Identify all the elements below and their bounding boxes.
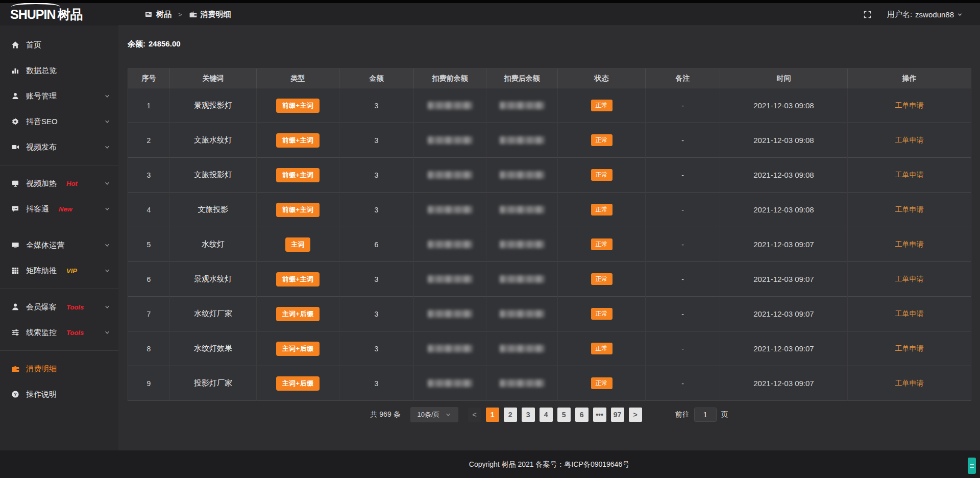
chat-widget[interactable] <box>968 458 976 474</box>
masked-balance-after <box>500 102 545 109</box>
cell-action: 工单申请 <box>848 297 971 331</box>
grid-icon <box>11 267 19 275</box>
page-button-97[interactable]: 97 <box>611 408 624 422</box>
cell-status: 正常 <box>558 227 646 262</box>
sidebar: 首页数据总览账号管理抖音SEO视频发布视频加热Hot抖客通New全媒体运营矩阵助… <box>0 26 118 478</box>
column-header: 操作 <box>848 69 971 88</box>
sidebar-item-media-operation[interactable]: 全媒体运营 <box>0 232 118 258</box>
wallet-icon <box>189 10 197 18</box>
page-button-4[interactable]: 4 <box>540 408 553 422</box>
cell-remark: - <box>646 297 720 331</box>
masked-balance-after <box>500 345 545 352</box>
sidebar-item-matrix-boost[interactable]: 矩阵助推VIP <box>0 258 118 283</box>
cell-type: 前缀+主词 <box>257 88 339 123</box>
pagination-total: 共 969 条 <box>370 410 400 419</box>
work-order-link[interactable]: 工单申请 <box>895 205 924 213</box>
user-menu[interactable]: 用户名: zswodun88 <box>887 10 963 19</box>
cell-remark: - <box>646 366 720 401</box>
masked-balance-after <box>500 310 545 318</box>
cell-action: 工单申请 <box>848 331 971 366</box>
next-page-button[interactable]: > <box>629 408 642 422</box>
fullscreen-icon[interactable] <box>863 10 872 19</box>
cell-balance-after <box>486 123 558 158</box>
cell-keyword: 景观水纹灯 <box>170 262 257 297</box>
page-button-2[interactable]: 2 <box>504 408 517 422</box>
sidebar-item-consume-detail[interactable]: 消费明细 <box>0 356 118 381</box>
sidebar-item-help[interactable]: ?操作说明 <box>0 381 118 407</box>
work-order-link[interactable]: 工单申请 <box>895 379 924 387</box>
table-row: 5水纹灯主词6正常-2021-12-03 09:07工单申请 <box>128 227 971 262</box>
logo[interactable]: SHUPIN树品 <box>0 6 118 23</box>
wallet-icon <box>11 365 19 373</box>
cell-action: 工单申请 <box>848 158 971 193</box>
sidebar-item-clue-monitor[interactable]: 线索监控Tools <box>0 320 118 345</box>
cell-balance-before <box>414 193 486 227</box>
cell-type: 主词 <box>257 227 339 262</box>
work-order-link[interactable]: 工单申请 <box>895 275 924 283</box>
page-button-1[interactable]: 1 <box>486 408 499 422</box>
cell-keyword: 文旅投影 <box>170 193 257 227</box>
work-order-link[interactable]: 工单申请 <box>895 136 924 144</box>
cell-time: 2021-12-03 09:08 <box>720 193 848 227</box>
footer: Copyright 树品 2021 备案号：粤ICP备09019646号 <box>0 450 980 478</box>
cell-remark: - <box>646 158 720 193</box>
masked-balance-before <box>428 206 473 213</box>
sidebar-item-label: 会员爆客 <box>26 302 57 312</box>
sidebar-item-label: 抖音SEO <box>26 117 58 127</box>
type-badge: 主词+后缀 <box>276 376 319 391</box>
work-order-link[interactable]: 工单申请 <box>895 309 924 318</box>
page-button-5[interactable]: 5 <box>557 408 571 422</box>
cell-status: 正常 <box>558 262 646 297</box>
sidebar-item-label: 视频发布 <box>26 142 57 152</box>
pages-ellipsis-button[interactable]: ••• <box>593 408 606 422</box>
sidebar-item-home[interactable]: 首页 <box>0 32 118 58</box>
cell-time: 2021-12-03 09:07 <box>720 227 848 262</box>
cell-type: 前缀+主词 <box>257 193 339 227</box>
chevron-down-icon <box>103 304 111 310</box>
sidebar-item-video-publish[interactable]: 视频发布 <box>0 134 118 160</box>
table-row: 1景观投影灯前缀+主词3正常-2021-12-03 09:08工单申请 <box>128 88 971 123</box>
cell-status: 正常 <box>558 366 646 401</box>
status-badge: 正常 <box>591 100 612 111</box>
sidebar-item-member-baoke[interactable]: 会员爆客Tools <box>0 294 118 320</box>
work-order-link[interactable]: 工单申请 <box>895 344 924 352</box>
cell-index: 8 <box>128 331 170 366</box>
goto-page-label: 前往 <box>675 410 690 419</box>
sidebar-item-douketong[interactable]: 抖客通New <box>0 196 118 222</box>
sidebar-item-account-manage[interactable]: 账号管理 <box>0 83 118 109</box>
sidebar-badge-hot: Hot <box>66 180 78 187</box>
sidebar-item-douyin-seo[interactable]: 抖音SEO <box>0 109 118 134</box>
sidebar-item-data-overview[interactable]: 数据总览 <box>0 58 118 83</box>
cell-balance-after <box>486 88 558 123</box>
masked-balance-after <box>500 241 545 248</box>
cell-action: 工单申请 <box>848 366 971 401</box>
pagination: 共 969 条10条/页<123456•••97>前往页 <box>128 407 971 422</box>
monitor-icon <box>11 241 19 249</box>
work-order-link[interactable]: 工单申请 <box>895 101 924 109</box>
work-order-link[interactable]: 工单申请 <box>895 171 924 179</box>
cell-status: 正常 <box>558 123 646 158</box>
type-badge: 主词+后缀 <box>276 342 319 356</box>
balance-value: 24856.00 <box>149 39 181 48</box>
masked-balance-after <box>500 171 545 179</box>
column-header: 扣费后余额 <box>486 69 558 88</box>
prev-page-button[interactable]: < <box>468 408 481 422</box>
cell-action: 工单申请 <box>848 227 971 262</box>
cell-time: 2021-12-03 09:07 <box>720 366 848 401</box>
goto-page-input[interactable] <box>694 408 717 422</box>
breadcrumb-item-shupin[interactable]: 树品 <box>144 10 172 19</box>
cell-amount: 3 <box>339 297 414 331</box>
work-order-link[interactable]: 工单申请 <box>895 240 924 248</box>
masked-balance-after <box>500 206 545 213</box>
page-button-3[interactable]: 3 <box>522 408 535 422</box>
sidebar-item-label: 视频加热 <box>26 179 57 188</box>
breadcrumb-item-consume-detail[interactable]: 消费明细 <box>189 10 231 19</box>
page-size-select[interactable]: 10条/页 <box>410 407 458 422</box>
cell-balance-after <box>486 366 558 401</box>
cell-time: 2021-12-03 09:07 <box>720 262 848 297</box>
sliders-icon <box>11 328 19 337</box>
chevron-down-icon <box>103 180 111 186</box>
page-button-6[interactable]: 6 <box>575 408 589 422</box>
cell-type: 前缀+主词 <box>257 158 339 193</box>
sidebar-item-video-heat[interactable]: 视频加热Hot <box>0 171 118 196</box>
